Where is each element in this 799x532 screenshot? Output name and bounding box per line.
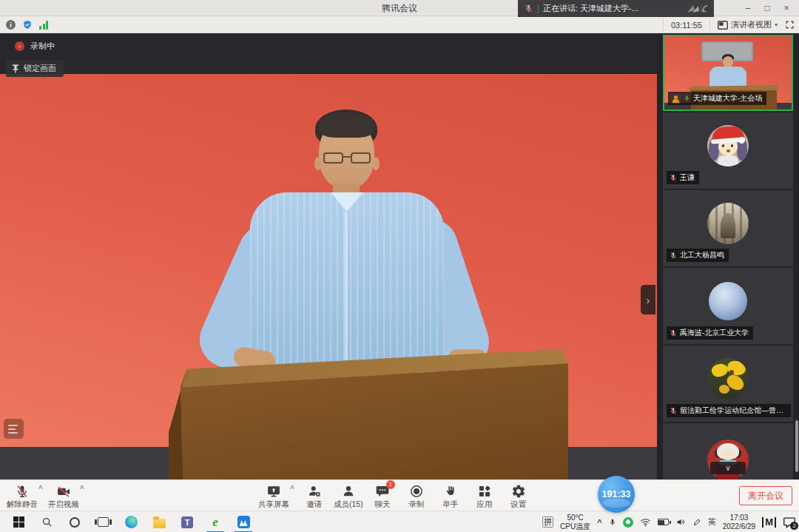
speaking-text: 正在讲话: 天津城建大学-... <box>543 3 638 14</box>
chat-button[interactable]: 1 聊天 <box>365 480 400 511</box>
mic-muted-icon <box>670 329 677 337</box>
members-icon <box>341 484 356 499</box>
pen-icon[interactable] <box>692 518 701 527</box>
pin-icon <box>12 64 19 73</box>
mic-off-icon <box>15 484 30 499</box>
ime-indicator[interactable]: 拼 <box>542 516 553 528</box>
participant-label: 禹海波-北京工业大学 <box>667 326 753 340</box>
hidden-icons-chevron[interactable]: ^ <box>597 518 601 527</box>
speaking-banner: 正在讲话: 天津城建大学-... <box>518 0 714 17</box>
cortana-button[interactable] <box>61 511 89 532</box>
video-menu-button[interactable] <box>4 419 24 439</box>
view-mode-label: 演讲者视图 <box>731 19 772 30</box>
mic-muted-icon <box>670 174 677 182</box>
cortana-icon <box>70 517 80 528</box>
flag-icons <box>686 4 708 14</box>
participant-name: 北工大杨昌鸣 <box>680 250 724 260</box>
participant-tile-main[interactable]: 天津城建大学-主会场 <box>663 35 793 111</box>
start-video-button[interactable]: 开启视频 <box>46 480 81 511</box>
antivirus-tray-icon[interactable] <box>623 517 633 528</box>
avatar <box>707 358 749 400</box>
layout-icon <box>718 21 728 30</box>
apps-button[interactable]: 应用 <box>468 480 502 511</box>
start-button[interactable] <box>4 511 33 532</box>
apps-icon <box>477 484 492 499</box>
scroll-down-button[interactable]: ∨ <box>710 462 746 474</box>
tray-microphone-icon[interactable] <box>609 517 616 528</box>
participant-name: 留法勤工俭学运动纪念馆—曾素梅 <box>680 405 786 416</box>
avatar <box>707 125 749 166</box>
clock[interactable]: 17:03 2022/6/29 <box>723 514 756 531</box>
settings-button[interactable]: 设置 <box>502 480 536 511</box>
sidebar-scrollbar[interactable] <box>795 420 798 472</box>
volume-icon[interactable] <box>675 517 686 527</box>
teams-button[interactable]: T <box>173 511 201 532</box>
leave-meeting-button[interactable]: 离开会议 <box>739 486 792 505</box>
security-shield-icon[interactable] <box>22 19 33 30</box>
participant-name: 天津城建大学-主会场 <box>693 93 762 104</box>
title-bar: 腾讯会议 正在讲话: 天津城建大学-... – □ × <box>0 0 799 16</box>
unmute-button[interactable]: 解除静音 <box>4 480 40 511</box>
participant-label: 王谦 <box>667 171 699 184</box>
tencent-meeting-taskbar-button[interactable] <box>229 511 257 532</box>
clock-date: 2022/6/29 <box>723 522 756 531</box>
meeting-status-bar: i 03:11:55 演讲者视图 ▾ <box>0 16 799 33</box>
wifi-icon[interactable] <box>640 518 651 527</box>
participant-tile[interactable]: 北工大杨昌鸣 <box>663 190 793 266</box>
share-screen-button[interactable]: 共享屏幕 <box>256 480 291 511</box>
notification-center-button[interactable]: 2 <box>783 516 796 528</box>
podium <box>169 348 568 479</box>
participant-name: 王谦 <box>680 172 695 183</box>
mic-on-icon <box>684 94 690 103</box>
participant-tile[interactable]: 王谦 <box>663 112 793 189</box>
meeting-info-icon[interactable]: i <box>6 20 16 30</box>
participant-label: 天津城建大学-主会场 <box>668 92 766 105</box>
speaker-glasses <box>323 152 371 164</box>
raise-hand-icon <box>444 484 457 499</box>
fullscreen-icon[interactable] <box>785 20 795 30</box>
lock-view-button[interactable]: 锁定画面 <box>6 60 64 77</box>
floating-timer-widget[interactable]: 191:33 <box>598 476 635 513</box>
chevron-down-icon: ▾ <box>775 21 778 28</box>
language-indicator[interactable]: 英 <box>708 517 716 526</box>
ink-workspace-icon[interactable]: M <box>762 517 776 528</box>
maximize-button[interactable]: □ <box>758 0 777 16</box>
mic-muted-icon <box>670 252 677 260</box>
folder-icon <box>153 519 166 528</box>
cpu-temperature: 50°C CPU温度 <box>560 514 590 531</box>
gear-icon <box>511 484 526 499</box>
participant-tile[interactable]: 留法勤工俭学运动纪念馆—曾素梅 <box>663 346 793 422</box>
task-view-icon <box>98 517 109 527</box>
task-view-button[interactable] <box>89 511 117 532</box>
invite-button[interactable]: 邀请 <box>297 480 331 511</box>
participant-label: 北工大杨昌鸣 <box>667 249 729 262</box>
record-button[interactable]: 录制 <box>400 480 434 511</box>
internet-explorer-button[interactable]: e <box>201 511 229 532</box>
search-icon <box>41 516 53 528</box>
ie-icon: e <box>212 516 218 528</box>
battery-icon[interactable] <box>658 519 669 525</box>
edge-button[interactable] <box>117 511 145 532</box>
mic-muted-icon <box>670 407 677 415</box>
raise-hand-button[interactable]: 举手 <box>434 480 468 511</box>
file-explorer-button[interactable] <box>145 511 173 532</box>
recording-indicator: 录制中 <box>15 41 55 52</box>
avatar <box>707 203 749 244</box>
members-button[interactable]: 成员(15) <box>331 480 365 511</box>
invite-icon <box>307 484 322 499</box>
network-signal-icon[interactable] <box>39 21 48 30</box>
minimize-button[interactable]: – <box>738 0 758 16</box>
close-button[interactable]: × <box>777 0 796 16</box>
sidebar-collapse-button[interactable]: › <box>641 285 655 314</box>
participant-label: 留法勤工俭学运动纪念馆—曾素梅 <box>667 404 791 417</box>
windows-logo-icon <box>13 516 24 528</box>
recording-label: 录制中 <box>30 41 55 52</box>
chat-badge: 1 <box>386 480 395 489</box>
host-badge-icon <box>671 94 681 104</box>
participant-tile[interactable]: 禹海波-北京工业大学 <box>663 268 793 344</box>
view-mode-selector[interactable]: 演讲者视图 ▾ <box>718 19 778 30</box>
active-speaker-video[interactable]: › <box>0 74 657 479</box>
speaker-fringe <box>319 112 374 138</box>
lock-view-label: 锁定画面 <box>24 63 56 74</box>
taskbar-search-button[interactable] <box>33 511 61 532</box>
